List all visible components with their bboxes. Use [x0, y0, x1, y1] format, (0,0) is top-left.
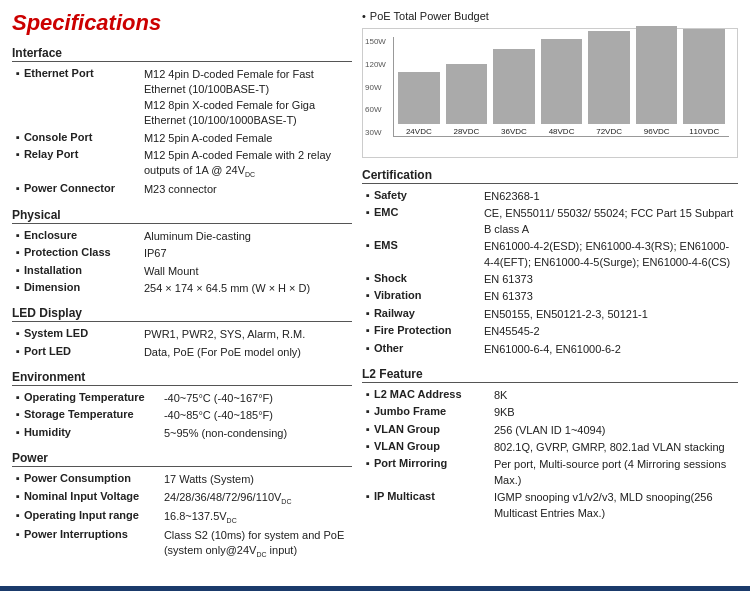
bullet-icon: ▪: [366, 342, 370, 354]
chart-section: PoE Total Power Budget 30W 60W 90W 120W …: [362, 10, 738, 158]
bullet-icon: ▪: [366, 490, 370, 502]
port-led-value: Data, PoE (For PoE model only): [144, 345, 352, 360]
power-section: Power ▪ Power Consumption 17 Watts (Syst…: [12, 451, 352, 560]
safety-label: Safety: [374, 189, 484, 201]
bar-96vdc-label: 96VDC: [644, 127, 670, 136]
bar-24vdc-rect: [398, 72, 440, 124]
bullet-icon: ▪: [16, 408, 20, 420]
chart-title: PoE Total Power Budget: [362, 10, 738, 22]
bullet-icon: ▪: [16, 246, 20, 258]
bar-110vdc: 110VDC: [683, 29, 725, 136]
bullet-icon: ▪: [366, 324, 370, 336]
vibration-value: EN 61373: [484, 289, 738, 304]
operating-input-row: ▪ Operating Input range 16.8~137.5VDC: [12, 509, 352, 526]
system-led-label: System LED: [24, 327, 144, 339]
operating-input-value: 16.8~137.5VDC: [164, 509, 352, 526]
bar-28vdc-label: 28VDC: [453, 127, 479, 136]
power-consumption-value: 17 Watts (System): [164, 472, 352, 487]
bullet-icon: ▪: [366, 189, 370, 201]
humidity-label: Humidity: [24, 426, 164, 438]
protection-class-label: Protection Class: [24, 246, 144, 258]
installation-label: Installation: [24, 264, 144, 276]
bar-72vdc-rect: [588, 31, 630, 124]
bullet-icon: ▪: [366, 423, 370, 435]
bar-28vdc-rect: [446, 64, 488, 124]
fire-protection-row: ▪ Fire Protection EN45545-2: [362, 324, 738, 339]
bar-72vdc: 72VDC: [588, 31, 630, 136]
bullet-icon: ▪: [16, 148, 20, 160]
bullet-icon: ▪: [16, 509, 20, 521]
y-label-90: 90W: [365, 83, 386, 92]
bullet-icon: ▪: [16, 472, 20, 484]
vibration-row: ▪ Vibration EN 61373: [362, 289, 738, 304]
storage-temp-label: Storage Temperature: [24, 408, 164, 420]
ethernet-port-row: ▪ Ethernet Port M12 4pin D-coded Female …: [12, 67, 352, 129]
bullet-icon: ▪: [366, 440, 370, 452]
right-column: PoE Total Power Budget 30W 60W 90W 120W …: [362, 10, 738, 566]
bar-36vdc-label: 36VDC: [501, 127, 527, 136]
bullet-icon: ▪: [16, 327, 20, 339]
ems-value: EN61000-4-2(ESD); EN61000-4-3(RS); EN610…: [484, 239, 738, 270]
operating-input-label: Operating Input range: [24, 509, 164, 521]
dimension-row: ▪ Dimension 254 × 174 × 64.5 mm (W × H ×…: [12, 281, 352, 296]
bar-48vdc-rect: [541, 39, 583, 124]
jumbo-frame-label: Jumbo Frame: [374, 405, 494, 417]
relay-port-value: M12 5pin A-coded Female with 2 relay out…: [144, 148, 352, 180]
nominal-voltage-label: Nominal Input Voltage: [24, 490, 164, 502]
console-port-row: ▪ Console Port M12 5pin A-coded Female: [12, 131, 352, 146]
fire-protection-value: EN45545-2: [484, 324, 738, 339]
system-led-value: PWR1, PWR2, SYS, Alarm, R.M.: [144, 327, 352, 342]
railway-label: Railway: [374, 307, 484, 319]
jumbo-frame-row: ▪ Jumbo Frame 9KB: [362, 405, 738, 420]
power-consumption-label: Power Consumption: [24, 472, 164, 484]
y-label-60: 60W: [365, 105, 386, 114]
safety-value: EN62368-1: [484, 189, 738, 204]
enclosure-label: Enclosure: [24, 229, 144, 241]
bar-24vdc-label: 24VDC: [406, 127, 432, 136]
emc-label: EMC: [374, 206, 484, 218]
y-label-30: 30W: [365, 128, 386, 137]
bullet-icon: ▪: [366, 206, 370, 218]
humidity-row: ▪ Humidity 5~95% (non-condensing): [12, 426, 352, 441]
nominal-voltage-value: 24/28/36/48/72/96/110VDC: [164, 490, 352, 507]
jumbo-frame-value: 9KB: [494, 405, 738, 420]
shock-label: Shock: [374, 272, 484, 284]
console-port-label: Console Port: [24, 131, 144, 143]
led-section: LED Display ▪ System LED PWR1, PWR2, SYS…: [12, 306, 352, 360]
bar-110vdc-label: 110VDC: [689, 127, 719, 136]
bullet-icon: ▪: [16, 229, 20, 241]
protection-class-value: IP67: [144, 246, 352, 261]
bar-96vdc-rect: [636, 26, 678, 124]
certification-header: Certification: [362, 168, 738, 184]
ems-label: EMS: [374, 239, 484, 251]
chart-container: 30W 60W 90W 120W 150W 24VDC 28VDC: [362, 28, 738, 158]
relay-port-label: Relay Port: [24, 148, 144, 160]
protection-class-row: ▪ Protection Class IP67: [12, 246, 352, 261]
vibration-label: Vibration: [374, 289, 484, 301]
vlan-group1-value: 256 (VLAN ID 1~4094): [494, 423, 738, 438]
bullet-icon: ▪: [16, 67, 20, 79]
humidity-value: 5~95% (non-condensing): [164, 426, 352, 441]
bar-110vdc-rect: [683, 29, 725, 124]
bullet-icon: ▪: [16, 391, 20, 403]
vlan-group2-row: ▪ VLAN Group 802.1Q, GVRP, GMRP, 802.1ad…: [362, 440, 738, 455]
port-led-label: Port LED: [24, 345, 144, 357]
operating-temp-row: ▪ Operating Temperature -40~75°C (-40~16…: [12, 391, 352, 406]
bullet-icon: ▪: [16, 528, 20, 540]
operating-temp-value: -40~75°C (-40~167°F): [164, 391, 352, 406]
y-axis-labels: 30W 60W 90W 120W 150W: [365, 37, 386, 137]
relay-port-row: ▪ Relay Port M12 5pin A-coded Female wit…: [12, 148, 352, 180]
dimension-label: Dimension: [24, 281, 144, 293]
other-cert-row: ▪ Other EN61000-6-4, EN61000-6-2: [362, 342, 738, 357]
shock-row: ▪ Shock EN 61373: [362, 272, 738, 287]
footer-bar: ADVANTECH Industrial Ethernet Solutions: [0, 586, 750, 591]
bullet-icon: ▪: [16, 281, 20, 293]
ip-multicast-label: IP Multicast: [374, 490, 494, 502]
certification-section: Certification ▪ Safety EN62368-1 ▪ EMC C…: [362, 168, 738, 357]
dimension-value: 254 × 174 × 64.5 mm (W × H × D): [144, 281, 352, 296]
interface-header: Interface: [12, 46, 352, 62]
emc-value: CE, EN55011/ 55032/ 55024; FCC Part 15 S…: [484, 206, 738, 237]
vlan-group1-label: VLAN Group: [374, 423, 494, 435]
ethernet-port-value: M12 4pin D-coded Female for Fast Etherne…: [144, 67, 352, 129]
bar-48vdc-label: 48VDC: [549, 127, 575, 136]
